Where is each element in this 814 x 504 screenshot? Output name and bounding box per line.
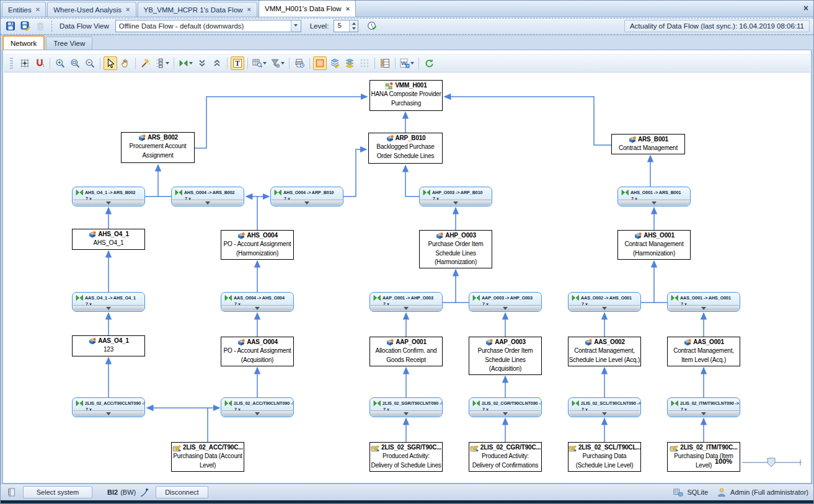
spin-up-icon[interactable] [350,20,358,26]
transformation-expander[interactable] [73,305,144,311]
highlight-icon[interactable] [313,56,327,70]
transformation-expander[interactable] [73,410,144,416]
save-icon[interactable] [4,20,17,32]
document-tab-where-used-analysis[interactable]: Where-Used Analysis× [47,2,136,17]
transformation-node[interactable]: 2LIS_02_SCL/T90CLNT090 ->...7.x [568,397,641,417]
node-aap-o001[interactable]: AAP_O001Allocation Confirm. andGoods Rec… [369,337,443,366]
node-ds-acc[interactable]: 2LIS_02_ACC/T90C...Purchasing Data (Acco… [171,442,244,472]
transformation-node[interactable]: AAS_O002 -> AHS_O0017.x [568,292,641,312]
transformation-expander[interactable] [222,410,293,416]
transformation-expander[interactable] [668,410,739,416]
transformation-expander[interactable] [619,200,689,205]
transformation-node[interactable]: 2LIS_02_CGR/T90CLNT090 ->...7.x [469,397,542,417]
snap-icon[interactable] [33,56,46,70]
node-aas-o4-1[interactable]: AAS_O4_1123 [72,335,145,356]
disconnect-button[interactable]: Disconnect [156,486,208,498]
refresh-icon[interactable] [422,56,436,70]
transformation-expander[interactable] [420,200,491,205]
table-search-icon[interactable] [251,56,268,70]
document-tab-entities[interactable]: Entities× [2,2,46,17]
edit-system-pen-icon[interactable] [138,486,151,498]
text-icon[interactable]: T [231,56,244,70]
transformation-expander[interactable] [569,410,640,416]
zoom-slider-thumb[interactable] [768,458,775,467]
word-export-icon[interactable]: W [399,56,415,70]
node-aas-o002[interactable]: AAS_O002Contract Management,Schedule Lin… [568,337,641,366]
node-ahs-o4-1[interactable]: AHS_O4_1AHS_O4_1 [72,229,145,250]
node-aas-o004[interactable]: AAS_O004PO - Account Assignment(Acquisit… [221,337,294,366]
view-tab-tree-view[interactable]: Tree View [46,37,92,50]
node-vmm-h001[interactable]: VMM_H001HANA Composite ProviderPurchasin… [369,80,443,111]
transformation-expander[interactable] [172,200,243,205]
layers-color-icon[interactable] [343,56,356,70]
grid-icon[interactable] [18,56,32,70]
transformation-expander[interactable] [272,200,342,205]
layers-edit-icon[interactable] [328,56,342,70]
node-ds-cgr[interactable]: 2LIS_02_CGR/T90C...Produced Activity:Del… [469,442,542,472]
transformation-node[interactable]: AAS_O004 -> AHS_O0047.x [221,292,294,312]
transformation-expander[interactable] [470,410,541,416]
node-ahp-o003[interactable]: AHP_O003Purchase Order ItemSchedule Line… [419,230,492,268]
transformation-node[interactable]: 2LIS_02_ACC/T90CLNT090 ->...7.x [72,397,145,417]
transformation-node[interactable]: AAS_O4_1 -> AHS_O4_17.x [72,292,145,312]
zoom-slider[interactable] [738,453,807,472]
close-icon[interactable]: × [803,4,808,12]
layout-icon[interactable] [154,56,170,70]
node-ds-sgr[interactable]: 2LIS_02_SGR/T90C...Produced Activity:Del… [369,442,443,472]
notebook-icon[interactable] [6,486,18,498]
transformation-expander[interactable] [569,305,640,311]
spin-down-icon[interactable] [350,26,358,32]
tab-close-icon[interactable]: × [126,6,130,13]
collapse-all-icon[interactable] [195,56,209,70]
document-tab-vmm-h001-s-data-flow[interactable]: VMM_H001's Data Flow× [259,0,356,17]
legend-table-icon[interactable] [378,56,392,70]
transformation-icon[interactable] [177,56,194,70]
pan-icon[interactable] [118,56,132,70]
transformation-node[interactable]: 2LIS_02_ITM/T90CLNT090 ->...7.x [667,397,740,417]
transformation-node[interactable]: AHS_O4_1 -> ARS_B0027.x [72,187,145,206]
chevron-down-icon[interactable] [291,20,301,32]
node-aas-o001[interactable]: AAS_O001Contract Management,Item Level (… [667,337,740,366]
save-as-icon[interactable] [19,20,32,32]
node-ars-b001[interactable]: ARS_B001Contract Management [611,134,685,154]
document-tab-yb-vmm-hcpr-1-s-data-flow[interactable]: YB_VMM_HCPR 1's Data Flow× [138,2,257,17]
tab-close-icon[interactable]: × [247,6,251,13]
transformation-expander[interactable] [222,305,293,311]
transformation-node[interactable]: AHS_O004 -> ARS_B0027.x [171,187,244,206]
node-ars-b002[interactable]: ARS_B002Procurement AccountAssignment [121,132,195,163]
transformation-node[interactable]: AHS_O001 -> ARS_B0017.x [617,187,691,206]
transformation-node[interactable]: AAP_O001 -> AHP_O0037.x [369,292,443,312]
pointer-icon[interactable] [104,56,117,70]
node-arp-b010[interactable]: ARP_B010Backlogged PurchaseOrder Schedul… [368,133,443,164]
data-flow-select[interactable]: Offline Data Flow - default (downwards) [115,20,301,32]
toolbar-drag-handle[interactable] [10,58,13,69]
level-spinner[interactable]: 5 [334,20,358,32]
transformation-node[interactable]: 2LIS_02_ACC/T90CLNT090 ->...7.x [221,397,294,417]
filter-icon[interactable] [269,56,286,70]
print-icon[interactable] [293,56,306,70]
zoom-fit-icon[interactable] [68,56,82,70]
tab-close-icon[interactable]: × [346,6,350,12]
transformation-node[interactable]: 2LIS_02_SGR/T90CLNT090 ->...7.x [369,397,443,417]
transformation-node[interactable]: AAS_O001 -> AHS_O0017.x [667,292,740,312]
transformation-expander[interactable] [668,305,739,311]
level-value[interactable]: 5 [334,20,349,32]
sync-clock-icon[interactable] [366,20,378,32]
transformation-expander[interactable] [73,200,144,205]
select-system-button[interactable]: Select system [23,486,92,498]
magic-wand-icon[interactable] [139,56,153,70]
transformation-expander[interactable] [470,305,541,311]
zoom-in-icon[interactable] [53,56,67,70]
transformation-expander[interactable] [371,410,441,416]
node-aap-o003[interactable]: AAP_O003Purchase Order ItemSchedule Line… [469,337,542,375]
tab-close-icon[interactable]: × [36,6,40,13]
transformation-expander[interactable] [371,305,441,311]
view-tab-network[interactable]: Network [2,35,45,50]
expand-all-icon[interactable] [210,56,224,70]
transformation-node[interactable]: AAP_O003 -> AHP_O0037.x [469,292,542,312]
node-ahs-o001[interactable]: AHS_O001Contract Management(Harmonizatio… [617,230,691,260]
transformation-node[interactable]: AHP_O003 -> ARP_B0107.x [419,187,492,206]
zoom-out-icon[interactable] [83,56,97,70]
transformation-node[interactable]: AHS_O004 -> ARP_B0107.x [270,187,343,206]
node-ds-scl[interactable]: 2LIS_02_SCL/T90CL...Purchasing Data(Sche… [568,442,641,472]
